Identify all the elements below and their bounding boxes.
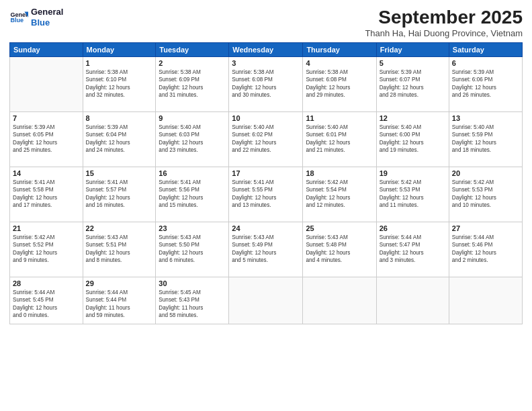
day-info: Sunrise: 5:42 AM Sunset: 5:53 PM Dayligh… (452, 179, 519, 210)
day-info: Sunrise: 5:41 AM Sunset: 5:55 PM Dayligh… (232, 179, 300, 210)
calendar-cell: 10Sunrise: 5:40 AM Sunset: 6:02 PM Dayli… (229, 112, 303, 167)
calendar-cell: 11Sunrise: 5:40 AM Sunset: 6:01 PM Dayli… (303, 112, 376, 167)
calendar-cell (376, 277, 449, 324)
calendar-week-row: 14Sunrise: 5:41 AM Sunset: 5:58 PM Dayli… (10, 167, 523, 222)
day-number: 17 (232, 169, 300, 177)
page: General Blue General Blue September 2025… (0, 0, 532, 411)
calendar-cell: 28Sunrise: 5:44 AM Sunset: 5:45 PM Dayli… (10, 277, 83, 324)
calendar-week-row: 1Sunrise: 5:38 AM Sunset: 6:10 PM Daylig… (10, 57, 523, 112)
calendar-week-row: 28Sunrise: 5:44 AM Sunset: 5:45 PM Dayli… (10, 277, 523, 324)
day-info: Sunrise: 5:43 AM Sunset: 5:50 PM Dayligh… (159, 234, 226, 265)
day-info: Sunrise: 5:44 AM Sunset: 5:45 PM Dayligh… (13, 289, 80, 320)
day-number: 22 (86, 224, 153, 232)
weekday-header-sunday: Sunday (10, 43, 83, 57)
month-title: September 2025 (365, 7, 523, 28)
day-number: 26 (380, 224, 446, 232)
day-info: Sunrise: 5:39 AM Sunset: 6:04 PM Dayligh… (86, 124, 153, 154)
day-number: 30 (159, 279, 226, 287)
day-number: 14 (13, 169, 80, 177)
day-number: 15 (86, 169, 153, 177)
calendar-cell: 16Sunrise: 5:41 AM Sunset: 5:56 PM Dayli… (156, 167, 229, 222)
day-info: Sunrise: 5:40 AM Sunset: 5:59 PM Dayligh… (452, 124, 519, 154)
calendar-table: SundayMondayTuesdayWednesdayThursdayFrid… (9, 42, 523, 324)
day-number: 10 (232, 114, 300, 122)
day-info: Sunrise: 5:40 AM Sunset: 6:01 PM Dayligh… (306, 124, 373, 154)
weekday-header-thursday: Thursday (303, 43, 376, 57)
day-number: 28 (13, 279, 80, 287)
day-number: 12 (380, 114, 446, 122)
calendar-body: 1Sunrise: 5:38 AM Sunset: 6:10 PM Daylig… (10, 57, 523, 324)
calendar-cell: 14Sunrise: 5:41 AM Sunset: 5:58 PM Dayli… (10, 167, 83, 222)
title-block: September 2025 Thanh Ha, Hai Duong Provi… (365, 7, 523, 38)
day-info: Sunrise: 5:39 AM Sunset: 6:07 PM Dayligh… (380, 68, 446, 99)
day-number: 20 (452, 169, 519, 177)
day-info: Sunrise: 5:43 AM Sunset: 5:48 PM Dayligh… (306, 234, 373, 265)
day-number: 1 (86, 59, 153, 67)
logo-text-blue: Blue (31, 17, 63, 28)
calendar-cell: 23Sunrise: 5:43 AM Sunset: 5:50 PM Dayli… (156, 222, 229, 277)
calendar-cell: 27Sunrise: 5:44 AM Sunset: 5:46 PM Dayli… (449, 222, 522, 277)
day-info: Sunrise: 5:41 AM Sunset: 5:57 PM Dayligh… (86, 179, 153, 210)
day-info: Sunrise: 5:38 AM Sunset: 6:10 PM Dayligh… (86, 68, 153, 99)
day-number: 29 (86, 279, 153, 287)
day-info: Sunrise: 5:42 AM Sunset: 5:52 PM Dayligh… (13, 234, 80, 265)
calendar-cell: 22Sunrise: 5:43 AM Sunset: 5:51 PM Dayli… (83, 222, 156, 277)
day-info: Sunrise: 5:38 AM Sunset: 6:08 PM Dayligh… (232, 68, 300, 99)
calendar-cell: 4Sunrise: 5:38 AM Sunset: 6:08 PM Daylig… (303, 57, 376, 112)
calendar-cell: 5Sunrise: 5:39 AM Sunset: 6:07 PM Daylig… (376, 57, 449, 112)
calendar-cell: 8Sunrise: 5:39 AM Sunset: 6:04 PM Daylig… (83, 112, 156, 167)
day-info: Sunrise: 5:40 AM Sunset: 6:02 PM Dayligh… (232, 124, 300, 154)
day-number: 8 (86, 114, 153, 122)
calendar-cell: 15Sunrise: 5:41 AM Sunset: 5:57 PM Dayli… (83, 167, 156, 222)
logo-icon: General Blue (9, 8, 28, 27)
weekday-header-wednesday: Wednesday (229, 43, 303, 57)
day-number: 16 (159, 169, 226, 177)
day-info: Sunrise: 5:39 AM Sunset: 6:05 PM Dayligh… (13, 124, 80, 154)
day-number: 19 (380, 169, 446, 177)
calendar-cell: 3Sunrise: 5:38 AM Sunset: 6:08 PM Daylig… (229, 57, 303, 112)
day-info: Sunrise: 5:38 AM Sunset: 6:09 PM Dayligh… (159, 68, 226, 99)
calendar-cell: 6Sunrise: 5:39 AM Sunset: 6:06 PM Daylig… (449, 57, 522, 112)
calendar-cell (229, 277, 303, 324)
calendar-cell: 29Sunrise: 5:44 AM Sunset: 5:44 PM Dayli… (83, 277, 156, 324)
day-number: 5 (380, 59, 446, 67)
weekday-header-friday: Friday (376, 43, 449, 57)
day-info: Sunrise: 5:42 AM Sunset: 5:54 PM Dayligh… (306, 179, 373, 210)
day-number: 3 (232, 59, 300, 67)
day-number: 2 (159, 59, 226, 67)
calendar-cell: 26Sunrise: 5:44 AM Sunset: 5:47 PM Dayli… (376, 222, 449, 277)
day-number: 7 (13, 114, 80, 122)
weekday-header-saturday: Saturday (449, 43, 522, 57)
weekday-header-monday: Monday (83, 43, 156, 57)
calendar-cell: 12Sunrise: 5:40 AM Sunset: 6:00 PM Dayli… (376, 112, 449, 167)
day-number: 18 (306, 169, 373, 177)
day-info: Sunrise: 5:42 AM Sunset: 5:53 PM Dayligh… (380, 179, 446, 210)
day-number: 23 (159, 224, 226, 232)
day-info: Sunrise: 5:45 AM Sunset: 5:43 PM Dayligh… (159, 289, 226, 320)
location-subtitle: Thanh Ha, Hai Duong Province, Vietnam (365, 28, 523, 38)
calendar-cell: 18Sunrise: 5:42 AM Sunset: 5:54 PM Dayli… (303, 167, 376, 222)
calendar-cell (303, 277, 376, 324)
day-info: Sunrise: 5:40 AM Sunset: 6:00 PM Dayligh… (380, 124, 446, 154)
svg-text:Blue: Blue (10, 17, 24, 24)
calendar-cell: 13Sunrise: 5:40 AM Sunset: 5:59 PM Dayli… (449, 112, 522, 167)
calendar-cell: 1Sunrise: 5:38 AM Sunset: 6:10 PM Daylig… (83, 57, 156, 112)
day-info: Sunrise: 5:44 AM Sunset: 5:46 PM Dayligh… (452, 234, 519, 265)
day-info: Sunrise: 5:43 AM Sunset: 5:49 PM Dayligh… (232, 234, 300, 265)
day-info: Sunrise: 5:41 AM Sunset: 5:58 PM Dayligh… (13, 179, 80, 210)
day-info: Sunrise: 5:38 AM Sunset: 6:08 PM Dayligh… (306, 68, 373, 99)
day-number: 13 (452, 114, 519, 122)
calendar-cell: 7Sunrise: 5:39 AM Sunset: 6:05 PM Daylig… (10, 112, 83, 167)
day-number: 25 (306, 224, 373, 232)
day-number: 27 (452, 224, 519, 232)
day-info: Sunrise: 5:43 AM Sunset: 5:51 PM Dayligh… (86, 234, 153, 265)
day-number: 4 (306, 59, 373, 67)
day-number: 6 (452, 59, 519, 67)
calendar-cell: 20Sunrise: 5:42 AM Sunset: 5:53 PM Dayli… (449, 167, 522, 222)
day-number: 9 (159, 114, 226, 122)
logo-text-general: General (31, 7, 63, 17)
weekday-header-tuesday: Tuesday (156, 43, 229, 57)
day-info: Sunrise: 5:44 AM Sunset: 5:47 PM Dayligh… (380, 234, 446, 265)
calendar-cell (449, 277, 522, 324)
day-number: 21 (13, 224, 80, 232)
